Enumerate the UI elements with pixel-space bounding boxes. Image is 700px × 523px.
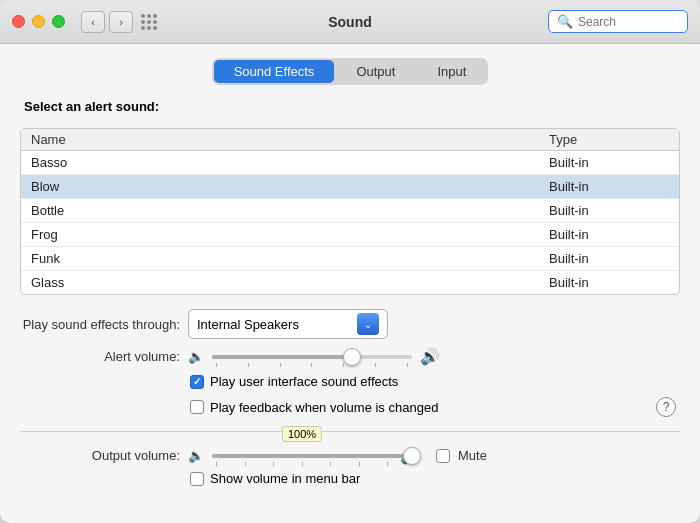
feedback-row: Play feedback when volume is changed ? xyxy=(20,397,680,417)
volume-low-icon: 🔈 xyxy=(188,349,204,364)
tick xyxy=(245,462,246,466)
table-row[interactable]: Glass Built-in xyxy=(21,271,679,294)
tick xyxy=(359,462,360,466)
alert-volume-label: Alert volume: xyxy=(20,349,180,364)
window-title: Sound xyxy=(328,14,372,30)
row-type: Built-in xyxy=(549,155,669,170)
tick-marks xyxy=(212,462,392,466)
titlebar: ‹ › Sound 🔍 xyxy=(0,0,700,44)
row-name: Frog xyxy=(31,227,549,242)
section-label: Select an alert sound: xyxy=(24,99,680,114)
tick xyxy=(407,363,408,367)
output-volume-label: Output volume: xyxy=(20,448,180,463)
tick xyxy=(330,462,331,466)
help-button[interactable]: ? xyxy=(656,397,676,417)
search-input[interactable] xyxy=(578,15,679,29)
table-row[interactable]: Funk Built-in xyxy=(21,247,679,271)
slider-fill xyxy=(212,355,352,359)
mute-checkbox[interactable] xyxy=(436,449,450,463)
search-icon: 🔍 xyxy=(557,14,573,29)
ui-sounds-checkbox[interactable] xyxy=(190,375,204,389)
col-header-type: Type xyxy=(549,132,669,147)
table-row[interactable]: Bottle Built-in xyxy=(21,199,679,223)
feedback-checkbox[interactable] xyxy=(190,400,204,414)
forward-icon: › xyxy=(119,16,123,28)
tab-output[interactable]: Output xyxy=(336,60,415,83)
dot xyxy=(153,20,157,24)
row-name: Basso xyxy=(31,155,549,170)
output-volume-slider-row: 🔈 xyxy=(188,446,487,465)
slider-thumb[interactable] xyxy=(403,447,421,465)
forward-button[interactable]: › xyxy=(109,11,133,33)
play-through-dropdown[interactable]: Internal Speakers ⌄ xyxy=(188,309,388,339)
slider-track xyxy=(212,355,412,359)
row-type: Built-in xyxy=(549,227,669,242)
tick xyxy=(375,363,376,367)
back-icon: ‹ xyxy=(91,16,95,28)
row-type: Built-in xyxy=(549,275,669,290)
close-button[interactable] xyxy=(12,15,25,28)
tick xyxy=(216,462,217,466)
row-name: Blow xyxy=(31,179,549,194)
output-volume-low-icon: 🔈 xyxy=(188,448,204,463)
minimize-button[interactable] xyxy=(32,15,45,28)
dropdown-value: Internal Speakers xyxy=(197,317,299,332)
ui-sounds-row: Play user interface sound effects xyxy=(190,374,680,389)
tick xyxy=(302,462,303,466)
dot xyxy=(147,26,151,30)
output-volume-slider[interactable]: 100% xyxy=(212,454,392,458)
alert-volume-slider-row: 🔈 xyxy=(188,347,440,366)
window: ‹ › Sound 🔍 Sound Effects xyxy=(0,0,700,523)
alert-volume-slider[interactable] xyxy=(212,355,412,359)
feedback-label: Play feedback when volume is changed xyxy=(210,400,438,415)
show-volume-checkbox[interactable] xyxy=(190,472,204,486)
show-volume-row: Show volume in menu bar xyxy=(190,471,680,486)
dot xyxy=(153,14,157,18)
feedback-checkbox-row: Play feedback when volume is changed xyxy=(190,400,656,415)
slider-fill xyxy=(212,454,412,458)
ui-sounds-label: Play user interface sound effects xyxy=(210,374,398,389)
dot xyxy=(141,26,145,30)
play-through-label: Play sound effects through: xyxy=(20,317,180,332)
dot xyxy=(147,14,151,18)
volume-high-icon: 🔊 xyxy=(420,347,440,366)
tick xyxy=(343,363,344,367)
tab-input[interactable]: Input xyxy=(417,60,486,83)
sound-table: Name Type Basso Built-in Blow Built-in B… xyxy=(20,128,680,295)
dot xyxy=(147,20,151,24)
row-name: Glass xyxy=(31,275,549,290)
app-switcher[interactable] xyxy=(141,14,157,30)
table-row[interactable]: Basso Built-in xyxy=(21,151,679,175)
tick xyxy=(311,363,312,367)
maximize-button[interactable] xyxy=(52,15,65,28)
tab-group: Sound Effects Output Input xyxy=(212,58,489,85)
row-name: Bottle xyxy=(31,203,549,218)
row-type: Built-in xyxy=(549,179,669,194)
chevron-down-icon: ⌄ xyxy=(364,319,372,330)
tick-marks xyxy=(212,363,412,367)
back-button[interactable]: ‹ xyxy=(81,11,105,33)
alert-volume-row: Alert volume: 🔈 xyxy=(20,347,680,366)
col-header-name: Name xyxy=(31,132,549,147)
tab-sound-effects[interactable]: Sound Effects xyxy=(214,60,335,83)
row-name: Funk xyxy=(31,251,549,266)
dot xyxy=(141,14,145,18)
separator xyxy=(20,431,680,432)
tick xyxy=(248,363,249,367)
dot xyxy=(141,20,145,24)
table-row[interactable]: Blow Built-in xyxy=(21,175,679,199)
tick xyxy=(280,363,281,367)
tick xyxy=(387,462,388,466)
main-content: Sound Effects Output Input Select an ale… xyxy=(0,44,700,523)
help-icon: ? xyxy=(663,400,670,414)
dot xyxy=(153,26,157,30)
dropdown-arrow-icon: ⌄ xyxy=(357,313,379,335)
nav-buttons: ‹ › xyxy=(81,11,133,33)
table-header: Name Type xyxy=(21,129,679,151)
table-row[interactable]: Frog Built-in xyxy=(21,223,679,247)
output-section: Output volume: 🔈 xyxy=(20,446,680,486)
show-volume-label: Show volume in menu bar xyxy=(210,471,360,486)
search-box[interactable]: 🔍 xyxy=(548,10,688,33)
volume-tooltip: 100% xyxy=(282,426,322,442)
mute-label: Mute xyxy=(458,448,487,463)
